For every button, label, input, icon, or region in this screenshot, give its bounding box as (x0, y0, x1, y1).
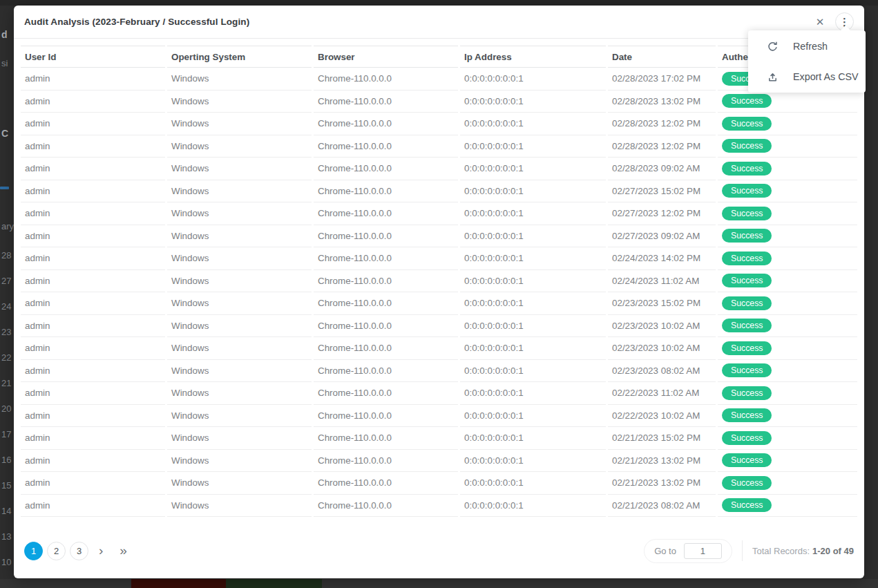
cell-authentication: Success (718, 158, 857, 180)
table-row: adminWindowsChrome-110.0.0.00:0:0:0:0:0:… (21, 405, 857, 428)
status-badge: Success (722, 252, 772, 265)
page-button-1[interactable]: 1 (24, 542, 43, 560)
cell-os: Windows (167, 225, 312, 248)
cell-user-id: admin (21, 225, 165, 248)
refresh-icon (767, 41, 779, 53)
cell-authentication: Success (718, 91, 857, 113)
cell-ip-address: 0:0:0:0:0:0:0:1 (460, 472, 606, 495)
backdrop-blue-fragment (0, 187, 9, 189)
close-button[interactable]: ✕ (812, 15, 828, 30)
menu-item-refresh[interactable]: Refresh (748, 31, 866, 61)
backdrop-fragment: 27 (1, 276, 11, 286)
cell-browser: Chrome-110.0.0.0 (314, 315, 458, 338)
column-header-browser: Browser (314, 46, 458, 68)
status-badge: Success (722, 498, 772, 512)
cell-authentication: Success (718, 247, 857, 270)
table-row: adminWindowsChrome-110.0.0.00:0:0:0:0:0:… (21, 270, 857, 293)
cell-os: Windows (167, 270, 312, 293)
total-records: Total Records:1-20 of 49 (752, 546, 854, 556)
cell-ip-address: 0:0:0:0:0:0:0:1 (460, 495, 606, 518)
cell-authentication: Success (718, 180, 857, 203)
cell-date: 02/27/2023 15:02 PM (608, 180, 716, 203)
cell-browser: Chrome-110.0.0.0 (314, 405, 458, 428)
red-bar (131, 579, 226, 588)
cell-ip-address: 0:0:0:0:0:0:0:1 (460, 405, 606, 428)
cell-browser: Chrome-110.0.0.0 (314, 202, 458, 225)
cell-os: Windows (167, 450, 312, 473)
cell-authentication: Success (718, 360, 857, 383)
green-bar (226, 579, 322, 588)
column-header-operting-system: Operting System (167, 46, 312, 68)
cell-browser: Chrome-110.0.0.0 (314, 135, 458, 158)
page-button-3[interactable]: 3 (70, 542, 88, 560)
total-records-label: Total Records: (752, 546, 810, 556)
backdrop-fragment: 13 (1, 531, 11, 542)
cell-authentication: Success (718, 405, 857, 428)
cell-ip-address: 0:0:0:0:0:0:0:1 (460, 113, 606, 135)
modal-title: Audit Analysis (2023-February / Successf… (24, 17, 812, 27)
close-icon: ✕ (816, 16, 825, 28)
cell-authentication: Success (718, 337, 857, 360)
cell-authentication: Success (718, 427, 857, 450)
table-row: adminWindowsChrome-110.0.0.00:0:0:0:0:0:… (21, 180, 857, 203)
page-buttons: 123›» (24, 542, 133, 560)
next-page-button[interactable]: › (93, 543, 109, 558)
cell-ip-address: 0:0:0:0:0:0:0:1 (460, 247, 606, 270)
status-badge: Success (722, 162, 772, 176)
cell-os: Windows (167, 113, 312, 135)
cell-date: 02/28/2023 12:02 PM (608, 135, 716, 158)
goto-page-control: Go to (644, 539, 732, 563)
status-badge: Success (722, 476, 772, 490)
table-header-row: User IdOperting SystemBrowserIp AddressD… (21, 46, 857, 68)
cell-os: Windows (167, 382, 312, 405)
cell-user-id: admin (21, 270, 165, 293)
cell-ip-address: 0:0:0:0:0:0:0:1 (460, 382, 606, 405)
table-row: adminWindowsChrome-110.0.0.00:0:0:0:0:0:… (21, 495, 857, 518)
table-row: adminWindowsChrome-110.0.0.00:0:0:0:0:0:… (21, 247, 857, 270)
cell-authentication: Success (718, 113, 857, 135)
table-row: adminWindowsChrome-110.0.0.00:0:0:0:0:0:… (21, 315, 857, 338)
status-badge: Success (722, 274, 772, 287)
backdrop-fragment: 28 (1, 250, 11, 260)
table-row: adminWindowsChrome-110.0.0.00:0:0:0:0:0:… (21, 427, 857, 450)
cell-os: Windows (167, 180, 312, 203)
cell-user-id: admin (21, 202, 165, 225)
cell-browser: Chrome-110.0.0.0 (314, 337, 458, 360)
cell-date: 02/23/2023 08:02 AM (608, 360, 716, 383)
cell-browser: Chrome-110.0.0.0 (314, 113, 458, 135)
backdrop-fragment: 15 (1, 480, 11, 491)
table-row: adminWindowsChrome-110.0.0.00:0:0:0:0:0:… (21, 360, 857, 383)
last-page-button[interactable]: » (113, 543, 133, 558)
goto-page-input[interactable] (684, 543, 722, 559)
cell-authentication: Success (718, 450, 857, 473)
upload-icon (767, 71, 779, 83)
cell-ip-address: 0:0:0:0:0:0:0:1 (460, 360, 606, 383)
cell-browser: Chrome-110.0.0.0 (314, 360, 458, 383)
table-row: adminWindowsChrome-110.0.0.00:0:0:0:0:0:… (21, 450, 857, 473)
cell-os: Windows (167, 292, 312, 315)
cell-authentication: Success (718, 315, 857, 338)
total-records-value: 1-20 of 49 (812, 546, 854, 556)
cell-os: Windows (167, 427, 312, 450)
cell-date: 02/28/2023 12:02 PM (608, 113, 716, 135)
cell-os: Windows (167, 405, 312, 428)
cell-user-id: admin (21, 158, 165, 180)
cell-user-id: admin (21, 91, 165, 113)
table-row: adminWindowsChrome-110.0.0.00:0:0:0:0:0:… (21, 382, 857, 405)
cell-browser: Chrome-110.0.0.0 (314, 495, 458, 518)
cell-date: 02/23/2023 15:02 PM (608, 292, 716, 315)
divider (742, 540, 743, 561)
audit-table: User IdOperting SystemBrowserIp AddressD… (19, 46, 859, 517)
cell-user-id: admin (21, 315, 165, 338)
menu-item-export-as-csv[interactable]: Export As CSV (748, 61, 866, 92)
cell-os: Windows (167, 135, 312, 158)
cell-authentication: Success (718, 292, 857, 315)
status-badge: Success (722, 341, 772, 355)
status-badge: Success (722, 117, 772, 131)
column-header-ip-address: Ip Address (460, 46, 606, 68)
page-button-2[interactable]: 2 (47, 542, 66, 560)
cell-os: Windows (167, 91, 312, 113)
cell-date: 02/24/2023 14:02 PM (608, 247, 716, 270)
cell-user-id: admin (21, 495, 165, 518)
backdrop-fragment: 10 (1, 557, 11, 567)
